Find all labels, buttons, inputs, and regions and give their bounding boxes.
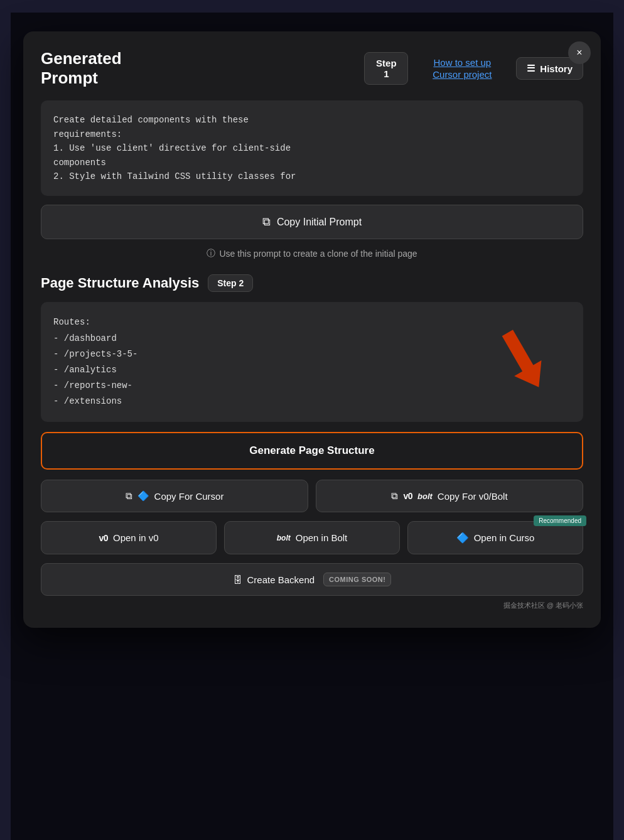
open-in-v0-button[interactable]: v0 Open in v0 xyxy=(41,521,217,554)
step2-badge: Step 2 xyxy=(208,274,253,292)
section-title: Page Structure Analysis xyxy=(41,275,199,291)
step1-badge: Step1 xyxy=(364,52,408,85)
watermark: 掘金技术社区 @ 老码小张 xyxy=(41,601,583,610)
v0-icon: v0 xyxy=(99,533,108,543)
create-backend-row: 🗄 Create Backend COMING SOON! xyxy=(41,563,583,596)
open-buttons-row: v0 Open in v0 bolt Open in Bolt Recommen… xyxy=(41,521,583,554)
prompt-code-box: Create detailed components with these re… xyxy=(41,100,583,196)
close-button[interactable]: × xyxy=(568,41,591,64)
copy-buttons-row: ⧉ 🔷 Copy For Cursor ⧉ v0 bolt Copy For v… xyxy=(41,480,583,512)
guide-link[interactable]: How to set up Cursor project xyxy=(418,57,506,81)
section-header: Page Structure Analysis Step 2 xyxy=(41,274,583,292)
modal-container: × Generated Prompt Step1 How to set up C… xyxy=(23,31,601,628)
bolt-icon: bolt xyxy=(277,534,291,542)
list-icon: ☰ xyxy=(527,63,535,74)
cursor-icon-2: 🔷 xyxy=(456,532,469,544)
bolt-logo: bolt xyxy=(417,492,433,501)
copy-for-v0-bolt-button[interactable]: ⧉ v0 bolt Copy For v0/Bolt xyxy=(316,480,583,512)
recommended-badge: Recommended xyxy=(534,515,586,526)
cursor-icon: 🔷 xyxy=(137,490,149,502)
create-backend-label: 🗄 Create Backend xyxy=(233,574,315,585)
info-text: ⓘ Use this prompt to create a clone of t… xyxy=(41,248,583,259)
backend-icon: 🗄 xyxy=(233,574,242,585)
copy-initial-prompt-button[interactable]: ⧉ Copy Initial Prompt xyxy=(41,205,583,239)
copy-for-cursor-button[interactable]: ⧉ 🔷 Copy For Cursor xyxy=(41,480,308,512)
generate-page-structure-button[interactable]: Generate Page Structure xyxy=(41,432,583,470)
coming-soon-badge: COMING SOON! xyxy=(323,573,391,586)
v0-logo: v0 xyxy=(403,491,412,501)
info-icon: ⓘ xyxy=(207,248,215,259)
open-in-cursor-button[interactable]: Recommended 🔷 Open in Curso xyxy=(407,521,583,554)
routes-box: Routes: - /dashboard - /projects-3-5- - … xyxy=(41,302,583,422)
modal-overlay: × Generated Prompt Step1 How to set up C… xyxy=(11,13,613,840)
modal-header: Generated Prompt Step1 How to set up Cur… xyxy=(41,49,583,88)
open-in-bolt-button[interactable]: bolt Open in Bolt xyxy=(224,521,400,554)
modal-title: Generated Prompt xyxy=(41,49,122,88)
copy-icon: ⧉ xyxy=(262,215,271,229)
copy-icon-2: ⧉ xyxy=(126,490,132,502)
copy-icon-3: ⧉ xyxy=(391,490,398,502)
